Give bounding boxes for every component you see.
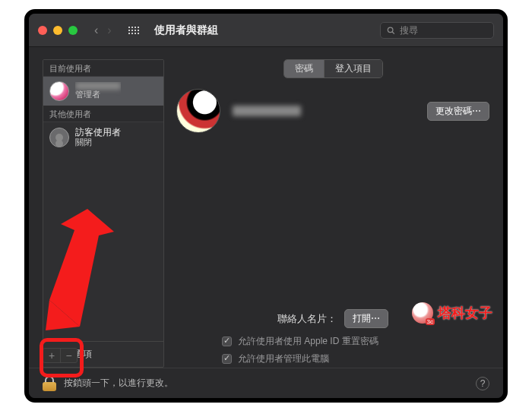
open-contact-button[interactable]: 打開⋯ xyxy=(344,309,388,328)
zoom-window[interactable] xyxy=(68,26,78,35)
lock-hint: 按鎖頭一下，以進行更改。 xyxy=(64,377,173,390)
current-user-heading: 目前使用者 xyxy=(43,60,163,77)
add-remove-user: + − xyxy=(43,348,78,363)
allow-admin-checkbox xyxy=(222,354,232,364)
add-user-button: + xyxy=(43,349,60,362)
allow-appleid-reset-label: 允許使用者使用 Apple ID 重置密碼 xyxy=(238,335,378,348)
lock-icon[interactable] xyxy=(43,376,56,391)
search-input[interactable] xyxy=(400,25,488,36)
guest-user-status: 關閉 xyxy=(75,137,121,147)
current-user-name xyxy=(75,82,121,90)
prefs-window: ‹ › 使用者與群組 目前使用者 管理者 其他使用者 xyxy=(24,9,508,403)
search-field[interactable] xyxy=(380,22,494,39)
tabs: 密碼 登入項目 xyxy=(283,59,383,78)
svg-point-0 xyxy=(388,27,393,33)
user-avatar[interactable] xyxy=(176,89,220,133)
allow-appleid-reset-row: 允許使用者使用 Apple ID 重置密碼 xyxy=(176,333,489,350)
help-button[interactable]: ? xyxy=(476,377,489,390)
search-icon xyxy=(387,26,395,35)
change-password-button[interactable]: 更改密碼⋯ xyxy=(427,102,489,121)
nav-buttons: ‹ › xyxy=(91,24,115,37)
remove-user-button: − xyxy=(60,349,77,362)
guest-user-name: 訪客使用者 xyxy=(75,127,121,137)
tab-password[interactable]: 密碼 xyxy=(284,60,324,77)
minimize-window[interactable] xyxy=(53,26,62,35)
main-panel: 密碼 登入項目 更改密碼⋯ 聯絡人名片： 打開⋯ 允許使用者使用 Apple I… xyxy=(176,59,489,368)
other-users-heading: 其他使用者 xyxy=(43,106,163,122)
window-title: 使用者與群組 xyxy=(154,24,218,37)
avatar-icon xyxy=(49,81,69,101)
back-button[interactable]: ‹ xyxy=(91,24,101,37)
contact-card-row: 聯絡人名片： 打開⋯ xyxy=(176,309,489,328)
footer: 按鎖頭一下，以進行更改。 ? xyxy=(29,368,503,398)
tab-login-items[interactable]: 登入項目 xyxy=(324,60,382,77)
window-controls xyxy=(38,26,78,35)
allow-admin-row: 允許使用者管理此電腦 xyxy=(176,350,489,368)
titlebar: ‹ › 使用者與群組 xyxy=(29,14,503,47)
forward-button: › xyxy=(104,24,114,37)
guest-avatar-icon xyxy=(49,128,69,147)
allow-admin-label: 允許使用者管理此電腦 xyxy=(238,352,329,365)
close-window[interactable] xyxy=(38,26,47,35)
current-user-row[interactable]: 管理者 xyxy=(43,77,163,106)
current-user-role: 管理者 xyxy=(75,90,121,100)
profile-row: 更改密碼⋯ xyxy=(176,89,489,133)
show-all-icon[interactable] xyxy=(128,24,141,36)
svg-line-1 xyxy=(392,31,394,33)
user-full-name xyxy=(233,106,301,116)
contact-card-label: 聯絡人名片： xyxy=(277,312,337,326)
guest-user-row[interactable]: 訪客使用者 關閉 xyxy=(43,122,163,153)
users-sidebar: 目前使用者 管理者 其他使用者 訪客使用者 關閉 入選項 xyxy=(43,59,164,368)
allow-appleid-reset-checkbox xyxy=(222,336,232,346)
